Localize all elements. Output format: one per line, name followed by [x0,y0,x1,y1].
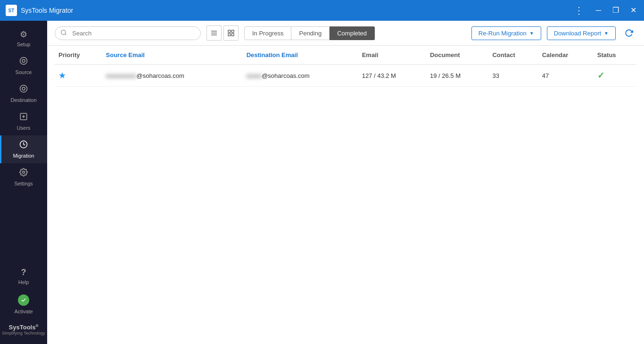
cell-email: 127 / 43.2 M [358,65,426,87]
settings-icon [19,168,28,179]
svg-point-0 [20,58,27,65]
list-view-button[interactable] [206,25,222,41]
svg-point-6 [23,171,25,174]
sidebar-bottom: ? Help Activate SysTools® Simplifying Te… [0,263,47,340]
sidebar-label-destination: Destination [10,97,36,103]
download-chevron-icon: ▼ [604,31,609,36]
active-indicator [0,135,1,163]
sidebar-item-destination[interactable]: Destination [0,80,47,108]
rerun-chevron-icon: ▼ [529,31,534,36]
sidebar-label-users: Users [17,125,31,131]
filter-completed[interactable]: Completed [330,26,375,40]
migration-icon [19,140,28,151]
cell-source-email: xxxxxxxxxx@soharcoas.com [102,65,243,87]
migration-table: Priority Source Email Destination Email … [55,46,636,87]
sidebar: ⚙ Setup Source Destination Users [0,21,47,344]
sidebar-label-setup: Setup [17,42,31,47]
search-container [55,26,201,40]
col-source-email: Source Email [102,46,243,65]
close-button[interactable]: ✕ [628,5,638,16]
svg-rect-13 [231,30,234,33]
svg-rect-15 [231,34,234,36]
source-icon [19,57,28,67]
app-icon: ST [6,5,17,16]
dest-email-domain: @soharcoas.com [262,72,309,79]
cell-document: 19 / 26.5 M [426,65,488,87]
sidebar-label-activate: Activate [14,309,33,314]
svg-point-3 [22,87,25,90]
search-input[interactable] [55,26,201,40]
help-icon: ? [21,268,26,277]
cell-calendar: 47 [538,65,594,87]
systools-logo: SysTools® Simplifying Technology [0,319,47,340]
users-icon [19,112,28,123]
sidebar-item-help[interactable]: ? Help [0,263,47,290]
app-title: SysTools Migrator [21,7,73,14]
filter-pending[interactable]: Pending [291,26,330,40]
col-priority: Priority [55,46,102,65]
sidebar-item-settings[interactable]: Settings [0,163,47,191]
cell-status: ✓ [594,65,636,87]
status-filters: In Progress Pending Completed [244,26,375,40]
toolbar: In Progress Pending Completed Re-Run Mig… [47,21,644,46]
logo-sub: Simplifying Technology [2,331,45,336]
source-email-blur: xxxxxxxxxx [106,72,137,79]
menu-dots-button[interactable]: ⋮ [572,4,586,17]
col-email: Email [358,46,426,65]
destination-icon [19,84,28,95]
col-contact: Contact [488,46,538,65]
cell-priority: ★ [55,65,102,87]
sidebar-item-source[interactable]: Source [0,52,47,80]
maximize-button[interactable]: ❐ [611,5,621,16]
dest-email-blur: xxxxx [247,72,262,79]
grid-view-button[interactable] [223,25,239,41]
status-check-icon: ✓ [597,71,604,80]
sidebar-label-settings: Settings [14,181,33,186]
main-layout: ⚙ Setup Source Destination Users [0,21,644,344]
logo-text: SysTools® [2,324,45,331]
svg-rect-14 [228,34,231,36]
cell-contact: 33 [488,65,538,87]
col-status: Status [594,46,636,65]
table-header-row: Priority Source Email Destination Email … [55,46,636,65]
sidebar-item-users[interactable]: Users [0,108,47,135]
table-row: ★ xxxxxxxxxx@soharcoas.com xxxxx@soharco… [55,65,636,87]
download-report-button[interactable]: Download Report ▼ [547,26,616,40]
svg-point-1 [22,59,25,62]
activate-status-icon [18,294,29,306]
col-calendar: Calendar [538,46,594,65]
sidebar-item-setup[interactable]: ⚙ Setup [0,25,47,52]
sidebar-label-source: Source [16,69,32,75]
refresh-button[interactable] [621,25,636,41]
titlebar-controls: ⋮ ─ ❐ ✕ [572,4,638,17]
filter-in-progress[interactable]: In Progress [244,26,291,40]
cell-destination-email: xxxxx@soharcoas.com [243,65,358,87]
svg-rect-12 [228,30,231,33]
svg-point-2 [20,85,27,92]
titlebar-left: ST SysTools Migrator [6,5,73,16]
table-container: Priority Source Email Destination Email … [47,46,644,344]
titlebar: ST SysTools Migrator ⋮ ─ ❐ ✕ [0,0,644,21]
source-email-domain: @soharcoas.com [137,72,184,79]
sidebar-label-help: Help [18,279,29,285]
sidebar-label-migration: Migration [13,153,34,159]
minimize-button[interactable]: ─ [594,5,603,16]
content-area: In Progress Pending Completed Re-Run Mig… [47,21,644,344]
priority-star-icon[interactable]: ★ [58,71,66,80]
col-document: Document [426,46,488,65]
sidebar-item-activate[interactable]: Activate [0,290,47,319]
sidebar-item-migration[interactable]: Migration [0,135,47,163]
view-toggle [206,25,239,41]
setup-icon: ⚙ [20,29,27,40]
rerun-migration-button[interactable]: Re-Run Migration ▼ [471,26,541,40]
col-destination-email: Destination Email [243,46,358,65]
